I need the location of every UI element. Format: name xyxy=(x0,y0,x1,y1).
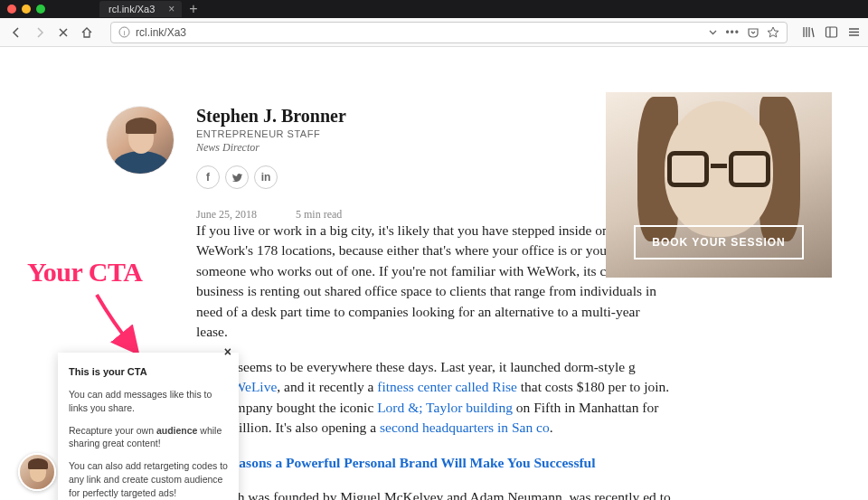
info-icon[interactable]: i xyxy=(118,26,130,38)
popup-msg-2: Recapture your own audience while sharin… xyxy=(69,424,228,450)
home-button[interactable] xyxy=(78,24,96,42)
related-link[interactable]: 8 Reasons a Powerful Personal Brand Will… xyxy=(212,455,596,470)
back-icon xyxy=(10,26,23,39)
author-block: Stephen J. Bronner ENTREPRENEUR STAFF Ne… xyxy=(196,106,346,189)
article-p1: If you live or work in a big city, it's … xyxy=(196,221,671,343)
toolbar-right xyxy=(802,25,861,39)
cta-popup: × This is your CTA You can add messages … xyxy=(58,353,239,500)
social-row: f in xyxy=(196,165,346,189)
star-icon[interactable] xyxy=(767,26,779,39)
popup-close-button[interactable]: × xyxy=(224,344,231,362)
url-text: rcl.ink/Xa3 xyxy=(136,26,186,39)
sf-hq-link[interactable]: second headquarters in San co xyxy=(380,420,550,435)
forward-button[interactable] xyxy=(31,24,49,42)
svg-text:i: i xyxy=(124,29,126,37)
tab-title: rcl.ink/Xa3 xyxy=(108,4,155,14)
hero-image: BOOK YOUR SESSION xyxy=(606,92,832,278)
facebook-icon: f xyxy=(206,171,210,184)
popup-title: This is your CTA xyxy=(69,365,228,379)
twitter-button[interactable] xyxy=(225,165,249,189)
glasses-icon xyxy=(667,151,770,189)
page-content: Your CTA Stephen J. Bronner ENTREPRENEUR… xyxy=(0,47,868,500)
author-name: Stephen J. Bronner xyxy=(196,106,346,127)
close-window-icon[interactable] xyxy=(7,5,16,14)
browser-tab[interactable]: rcl.ink/Xa3 × xyxy=(99,1,182,17)
popup-msg-3: You can also add retargeting codes to an… xyxy=(69,459,228,499)
chevron-down-icon[interactable] xyxy=(708,27,718,37)
page-actions-icon[interactable]: ••• xyxy=(725,26,740,39)
menu-icon[interactable] xyxy=(847,25,861,39)
facebook-button[interactable]: f xyxy=(196,165,220,189)
welive-link[interactable]: WeLive xyxy=(233,379,278,394)
publish-date: June 25, 2018 xyxy=(196,208,257,221)
rise-link[interactable]: fitness center called Rise xyxy=(377,379,517,394)
zoom-window-icon[interactable] xyxy=(36,5,45,14)
chat-avatar[interactable] xyxy=(18,453,56,491)
home-icon xyxy=(80,26,93,39)
stop-button[interactable] xyxy=(54,24,72,42)
back-button[interactable] xyxy=(7,24,25,42)
twitter-icon xyxy=(231,172,243,184)
close-tab-icon[interactable]: × xyxy=(168,3,175,15)
pocket-icon[interactable] xyxy=(747,26,760,39)
svg-rect-2 xyxy=(826,27,837,37)
library-icon[interactable] xyxy=(802,25,816,39)
author-role: ENTREPRENEUR STAFF xyxy=(196,128,346,139)
read-time: 5 min read xyxy=(296,208,342,221)
annotation-label: Your CTA xyxy=(27,257,142,288)
url-bar[interactable]: i rcl.ink/Xa3 ••• xyxy=(110,22,788,43)
article-p2: mpany seems to be everywhere these days.… xyxy=(196,357,671,439)
forward-icon xyxy=(33,26,46,39)
traffic-lights xyxy=(7,5,45,14)
window-titlebar: rcl.ink/Xa3 × + xyxy=(0,0,868,18)
popup-msg-1: You can add messages like this to links … xyxy=(69,388,228,414)
browser-toolbar: i rcl.ink/Xa3 ••• xyxy=(0,18,868,47)
author-avatar xyxy=(106,106,175,175)
stop-icon xyxy=(58,27,69,38)
arrow-icon xyxy=(86,291,149,359)
linkedin-button[interactable]: in xyxy=(254,165,278,189)
article-p4: k, which was founded by Miguel McKelvey … xyxy=(196,487,671,500)
new-tab-button[interactable]: + xyxy=(189,1,197,17)
sidebar-icon[interactable] xyxy=(825,25,838,39)
book-session-button[interactable]: BOOK YOUR SESSION xyxy=(634,225,803,259)
article-meta: June 25, 2018 5 min read xyxy=(196,208,342,222)
author-title: News Director xyxy=(196,141,346,155)
urlbar-actions: ••• xyxy=(708,26,779,39)
minimize-window-icon[interactable] xyxy=(22,5,31,14)
article-body: If you live or work in a big city, it's … xyxy=(196,221,671,500)
article-related: d: 8 Reasons a Powerful Personal Brand W… xyxy=(196,453,671,473)
linkedin-icon: in xyxy=(261,171,271,184)
lord-taylor-link[interactable]: Lord &; Taylor building xyxy=(377,400,513,415)
